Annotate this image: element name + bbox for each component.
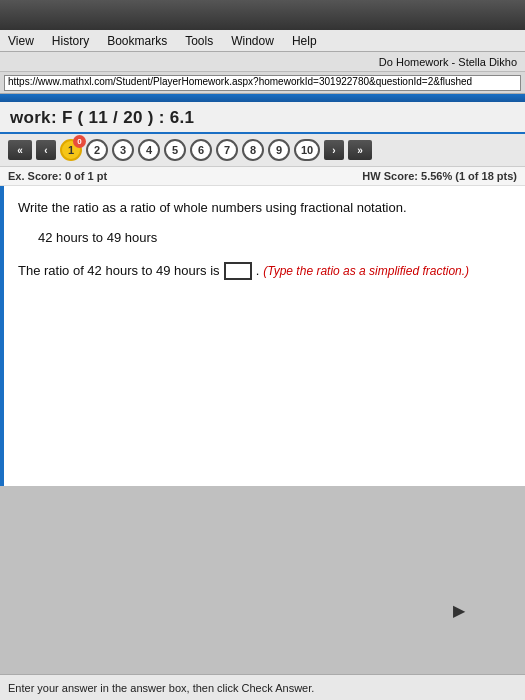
nav-prev-button[interactable]: ‹ bbox=[36, 140, 56, 160]
question-num-1: 1 bbox=[68, 144, 74, 156]
question-btn-4[interactable]: 4 bbox=[138, 139, 160, 161]
menu-bookmarks[interactable]: Bookmarks bbox=[107, 34, 167, 48]
work-label: work: bbox=[10, 108, 57, 127]
menu-window[interactable]: Window bbox=[231, 34, 274, 48]
hw-score-label: HW Score: bbox=[362, 170, 418, 182]
nav-last-button[interactable]: » bbox=[348, 140, 372, 160]
answer-prefix: The ratio of 42 hours to 49 hours is bbox=[18, 261, 220, 282]
menu-history[interactable]: History bbox=[52, 34, 89, 48]
main-content: Write the ratio as a ratio of whole numb… bbox=[0, 186, 525, 486]
question-btn-7[interactable]: 7 bbox=[216, 139, 238, 161]
blue-banner bbox=[0, 94, 525, 102]
menu-help[interactable]: Help bbox=[292, 34, 317, 48]
answer-line: The ratio of 42 hours to 49 hours is . (… bbox=[18, 261, 511, 282]
question-btn-9[interactable]: 9 bbox=[268, 139, 290, 161]
question-btn-1[interactable]: 1 0 bbox=[60, 139, 82, 161]
question-btn-3[interactable]: 3 bbox=[112, 139, 134, 161]
ex-score-label: Ex. Score: bbox=[8, 170, 62, 182]
ex-score: Ex. Score: 0 of 1 pt bbox=[8, 170, 107, 182]
score-bar: Ex. Score: 0 of 1 pt HW Score: 5.56% (1 … bbox=[0, 167, 525, 186]
question-btn-2[interactable]: 2 bbox=[86, 139, 108, 161]
ex-score-value: 0 of 1 pt bbox=[65, 170, 107, 182]
score-text: F ( 11 / 20 ) : 6.1 bbox=[62, 108, 194, 127]
question-btn-6[interactable]: 6 bbox=[190, 139, 212, 161]
menu-bar: View History Bookmarks Tools Window Help bbox=[0, 30, 525, 52]
os-top-bar bbox=[0, 0, 525, 30]
page-title: work: F ( 11 / 20 ) : 6.1 bbox=[10, 108, 194, 127]
url-field[interactable]: https://www.mathxl.com/Student/PlayerHom… bbox=[4, 75, 521, 91]
answer-period: . bbox=[256, 261, 260, 282]
answer-input[interactable] bbox=[224, 262, 252, 280]
hw-score-value: 5.56% (1 of 18 pts) bbox=[421, 170, 517, 182]
question-instruction: Write the ratio as a ratio of whole numb… bbox=[18, 198, 511, 218]
tab-title: Do Homework - Stella Dikho bbox=[379, 56, 517, 68]
cursor: ▶ bbox=[453, 601, 465, 620]
question-btn-8[interactable]: 8 bbox=[242, 139, 264, 161]
hw-score: HW Score: 5.56% (1 of 18 pts) bbox=[362, 170, 517, 182]
question-navigation: « ‹ 1 0 2 3 4 5 6 7 8 9 10 › » bbox=[0, 134, 525, 167]
nav-first-button[interactable]: « bbox=[8, 140, 32, 160]
menu-tools[interactable]: Tools bbox=[185, 34, 213, 48]
nav-next-button[interactable]: › bbox=[324, 140, 344, 160]
question-btn-10[interactable]: 10 bbox=[294, 139, 320, 161]
question-btn-5[interactable]: 5 bbox=[164, 139, 186, 161]
address-bar: https://www.mathxl.com/Student/PlayerHom… bbox=[0, 72, 525, 94]
page-title-bar: work: F ( 11 / 20 ) : 6.1 bbox=[0, 102, 525, 134]
question-given: 42 hours to 49 hours bbox=[38, 228, 511, 248]
bottom-bar: Enter your answer in the answer box, the… bbox=[0, 674, 525, 700]
question-badge-1: 0 bbox=[73, 135, 86, 148]
tab-title-bar: Do Homework - Stella Dikho bbox=[0, 52, 525, 72]
footer-text: Enter your answer in the answer box, the… bbox=[8, 682, 314, 694]
menu-view[interactable]: View bbox=[8, 34, 34, 48]
answer-hint: (Type the ratio as a simplified fraction… bbox=[263, 262, 469, 281]
